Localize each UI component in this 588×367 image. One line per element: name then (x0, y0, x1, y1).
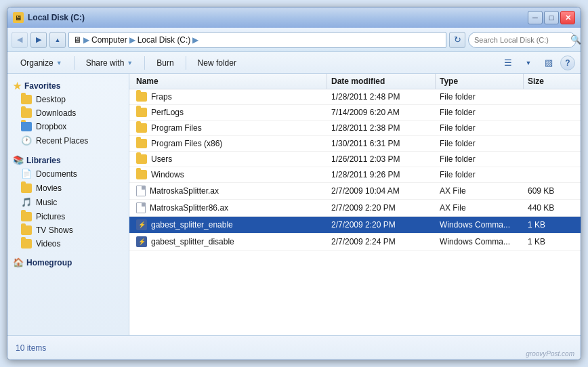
file-type: File folder (436, 152, 524, 167)
file-type: File folder (436, 167, 524, 182)
dropbox-label: Dropbox (36, 122, 66, 131)
organize-button[interactable]: Organize ▼ (13, 54, 70, 72)
file-name: gabest_splitter_disable (132, 234, 327, 250)
file-date: 2/7/2009 2:20 PM (327, 217, 436, 233)
preview-pane-button[interactable]: ▨ (540, 54, 558, 72)
minimize-button[interactable]: ─ (528, 11, 543, 24)
file-date: 2/7/2009 2:20 PM (327, 200, 436, 216)
back-button[interactable]: ◀ (12, 32, 28, 48)
address-path[interactable]: 🖥 ▶ Computer ▶ Local Disk (C:) ▶ (68, 32, 446, 48)
file-type: File folder (436, 121, 524, 135)
share-with-button[interactable]: Share with ▼ (79, 54, 141, 72)
col-type[interactable]: Type (436, 74, 524, 89)
homegroup-header[interactable]: 🏠 Homegroup (7, 256, 129, 269)
file-area: Name Date modified Type Size Fraps 1/28/… (129, 74, 581, 335)
up-button[interactable]: ▲ (49, 32, 66, 48)
new-folder-label: New folder (198, 58, 236, 68)
file-date: 2/7/2009 10:04 AM (327, 183, 436, 199)
sidebar-item-tv-shows[interactable]: TV Shows (7, 223, 129, 237)
file-name: Program Files (x86) (132, 136, 327, 151)
table-row[interactable]: MatroskaSplitter86.ax 2/7/2009 2:20 PM A… (129, 200, 581, 217)
file-date: 1/28/2011 9:26 PM (327, 167, 436, 182)
status-bar: 10 items (7, 335, 581, 360)
table-row[interactable]: Fraps 1/28/2011 2:48 PM File folder (129, 89, 581, 105)
watermark: groovyPost.com (526, 350, 574, 358)
column-headers: Name Date modified Type Size (129, 74, 581, 89)
table-row[interactable]: gabest_splitter_disable 2/7/2009 2:24 PM… (129, 234, 581, 251)
col-date[interactable]: Date modified (327, 74, 436, 89)
folder-icon (136, 139, 147, 148)
forward-button[interactable]: ▶ (30, 32, 47, 48)
title-bar: 🖥 Local Disk (C:) ─ □ ✕ (7, 7, 581, 28)
view-dropdown-button[interactable]: ▼ (520, 54, 537, 72)
file-size (524, 105, 578, 120)
file-size (524, 152, 578, 167)
documents-label: Documents (36, 169, 77, 179)
sidebar-item-recent-places[interactable]: 🕐 Recent Places (7, 133, 129, 148)
main-area: ★ Favorites Desktop Downloads Dropbox 🕐 (7, 74, 581, 335)
recent-places-icon: 🕐 (21, 135, 32, 146)
file-size: 609 KB (524, 183, 578, 199)
file-date: 1/30/2011 6:31 PM (327, 136, 436, 151)
table-row[interactable]: gabest_splitter_enable 2/7/2009 2:20 PM … (129, 217, 581, 234)
share-chevron: ▼ (127, 60, 133, 66)
folder-icon (136, 170, 147, 179)
file-date: 1/26/2011 2:03 PM (327, 152, 436, 167)
sidebar-item-videos[interactable]: Videos (7, 237, 129, 251)
libraries-icon: 📚 (13, 155, 24, 165)
search-input[interactable] (474, 36, 568, 44)
address-bar: ◀ ▶ ▲ 🖥 ▶ Computer ▶ Local Disk (C:) ▶ ↻… (7, 28, 581, 52)
desktop-folder-icon (21, 95, 32, 104)
window-icon: 🖥 (13, 12, 24, 23)
sidebar-item-pictures[interactable]: Pictures (7, 210, 129, 223)
table-row[interactable]: Program Files 1/28/2011 2:38 PM File fol… (129, 121, 581, 136)
col-name[interactable]: Name (132, 74, 327, 89)
search-icon[interactable]: 🔍 (570, 35, 581, 45)
file-name: Windows (132, 167, 327, 182)
sidebar-item-movies[interactable]: Movies (7, 181, 129, 195)
folder-icon (136, 108, 147, 117)
col-size[interactable]: Size (524, 74, 578, 89)
file-size (524, 167, 578, 182)
videos-folder-icon (21, 239, 32, 249)
file-size: 1 KB (524, 234, 578, 250)
file-icon (136, 186, 146, 196)
table-row[interactable]: MatroskaSplitter.ax 2/7/2009 10:04 AM AX… (129, 183, 581, 200)
refresh-button[interactable]: ↻ (449, 32, 465, 48)
table-row[interactable]: Users 1/26/2011 2:03 PM File folder (129, 152, 581, 167)
favorites-header[interactable]: ★ Favorites (7, 79, 129, 93)
search-box[interactable]: 🔍 (468, 32, 576, 48)
file-name: MatroskaSplitter.ax (132, 183, 327, 199)
sidebar-item-desktop[interactable]: Desktop (7, 93, 129, 106)
table-row[interactable]: Windows 1/28/2011 9:26 PM File folder (129, 167, 581, 183)
sidebar-item-downloads[interactable]: Downloads (7, 106, 129, 120)
file-date: 1/28/2011 2:38 PM (327, 121, 436, 135)
pictures-folder-icon (21, 212, 32, 221)
toolbar-separator-2 (144, 56, 145, 70)
help-button[interactable]: ? (560, 56, 575, 70)
file-type: Windows Comma... (436, 234, 524, 250)
table-row[interactable]: Program Files (x86) 1/30/2011 6:31 PM Fi… (129, 136, 581, 152)
file-type: AX File (436, 183, 524, 199)
sidebar-item-dropbox[interactable]: Dropbox (7, 120, 129, 133)
file-date: 7/14/2009 6:20 AM (327, 105, 436, 120)
dropbox-folder-icon (21, 122, 32, 131)
sidebar-item-music[interactable]: 🎵 Music (7, 195, 129, 210)
maximize-button[interactable]: □ (544, 11, 559, 24)
burn-button[interactable]: Burn (149, 54, 181, 72)
separator-3: ▶ (192, 35, 198, 45)
desktop-label: Desktop (36, 95, 66, 104)
folder-icon (136, 123, 147, 133)
toolbar-right: ☰ ▼ ▨ ? (499, 54, 575, 72)
favorites-label: Favorites (24, 81, 60, 91)
sidebar-item-documents[interactable]: 📄 Documents (7, 167, 129, 181)
table-row[interactable]: PerfLogs 7/14/2009 6:20 AM File folder (129, 105, 581, 121)
libraries-header[interactable]: 📚 Libraries (7, 154, 129, 167)
sidebar-section-favorites: ★ Favorites Desktop Downloads Dropbox 🕐 (7, 79, 129, 148)
new-folder-button[interactable]: New folder (190, 54, 244, 72)
downloads-folder-icon (21, 108, 32, 118)
close-button[interactable]: ✕ (560, 11, 575, 24)
path-icon: 🖥 (73, 35, 81, 45)
organize-chevron: ▼ (56, 60, 62, 66)
change-view-button[interactable]: ☰ (499, 54, 517, 72)
